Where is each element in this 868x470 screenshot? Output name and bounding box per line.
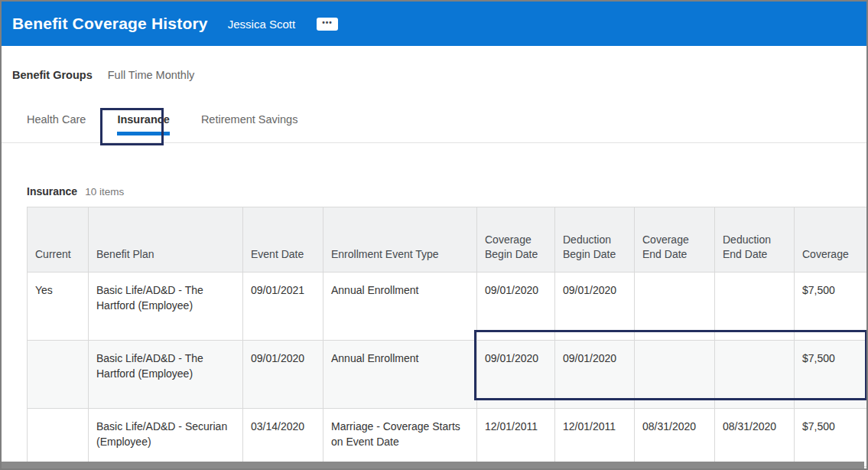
column-header-current: Current bbox=[28, 207, 89, 273]
page-title: Benefit Coverage History bbox=[12, 15, 208, 33]
column-header-deduction-end-date: Deduction End Date bbox=[715, 207, 795, 273]
cell-current bbox=[28, 341, 89, 409]
cell-coverage: $7,500 bbox=[795, 409, 868, 467]
ellipsis-icon: ••• bbox=[322, 19, 333, 27]
insurance-grid: Current Benefit Plan Event Date Enrollme… bbox=[27, 207, 868, 470]
tab-bar: Health Care Insurance Retirement Savings bbox=[2, 107, 866, 143]
cell-event-date: 03/14/2020 bbox=[243, 409, 323, 467]
horizontal-scrollbar[interactable] bbox=[2, 462, 864, 468]
grid-item-count: 10 items bbox=[85, 186, 124, 197]
breadcrumb: Benefit Groups Full Time Monthly bbox=[12, 69, 866, 81]
cell-event-date: 09/01/2021 bbox=[243, 273, 323, 341]
cell-current bbox=[28, 409, 89, 467]
cell-event-date: 09/01/2020 bbox=[243, 341, 323, 409]
cell-coverage-end-date bbox=[635, 273, 715, 341]
benefit-group-value: Full Time Monthly bbox=[108, 69, 195, 81]
cell-coverage-begin-date: 09/01/2020 bbox=[477, 341, 555, 409]
grid-section-header: Insurance 10 items bbox=[27, 185, 866, 197]
cell-benefit-plan: Basic Life/AD&D - Securian (Employee) bbox=[89, 409, 243, 467]
column-header-enrollment-event-type: Enrollment Event Type bbox=[323, 207, 477, 273]
benefit-coverage-history-window: Benefit Coverage History Jessica Scott •… bbox=[0, 0, 868, 470]
related-actions-button[interactable]: ••• bbox=[317, 18, 338, 31]
column-header-coverage: Coverage bbox=[795, 207, 868, 273]
tab-health-care[interactable]: Health Care bbox=[27, 113, 86, 142]
cell-coverage-end-date: 08/31/2020 bbox=[635, 409, 715, 467]
cell-coverage-begin-date: 09/01/2020 bbox=[477, 273, 555, 341]
column-header-benefit-plan: Benefit Plan bbox=[89, 207, 243, 273]
benefit-groups-label: Benefit Groups bbox=[12, 69, 93, 81]
cell-coverage: $7,500 bbox=[795, 341, 868, 409]
subject-name: Jessica Scott bbox=[228, 18, 295, 31]
table-row: Basic Life/AD&D - Securian (Employee) 03… bbox=[28, 409, 868, 467]
cell-deduction-begin-date: 09/01/2020 bbox=[555, 341, 635, 409]
cell-deduction-end-date bbox=[715, 273, 795, 341]
cell-deduction-begin-date: 12/01/2011 bbox=[555, 409, 635, 467]
table-row: Yes Basic Life/AD&D - The Hartford (Empl… bbox=[28, 273, 868, 341]
cell-deduction-end-date bbox=[715, 341, 795, 409]
grid-header-row: Current Benefit Plan Event Date Enrollme… bbox=[28, 207, 868, 273]
page-header: Benefit Coverage History Jessica Scott •… bbox=[2, 2, 866, 46]
column-header-coverage-begin-date: Coverage Begin Date bbox=[477, 207, 555, 273]
cell-coverage: $7,500 bbox=[795, 273, 868, 341]
cell-enrollment-event-type: Annual Enrollment bbox=[323, 341, 477, 409]
table-row: Basic Life/AD&D - The Hartford (Employee… bbox=[28, 341, 868, 409]
tab-insurance[interactable]: Insurance bbox=[117, 113, 170, 142]
tab-insurance-label: Insurance bbox=[117, 113, 170, 126]
cell-enrollment-event-type: Marriage - Coverage Starts on Event Date bbox=[323, 409, 477, 467]
column-header-deduction-begin-date: Deduction Begin Date bbox=[555, 207, 635, 273]
tab-retirement-savings[interactable]: Retirement Savings bbox=[201, 113, 298, 142]
cell-coverage-end-date bbox=[635, 341, 715, 409]
grid-title: Insurance bbox=[27, 185, 77, 197]
column-header-event-date: Event Date bbox=[243, 207, 323, 273]
cell-benefit-plan: Basic Life/AD&D - The Hartford (Employee… bbox=[89, 341, 243, 409]
cell-coverage-begin-date: 12/01/2011 bbox=[477, 409, 555, 467]
active-tab-underline bbox=[117, 132, 170, 135]
column-header-coverage-end-date: Coverage End Date bbox=[635, 207, 715, 273]
cell-enrollment-event-type: Annual Enrollment bbox=[323, 273, 477, 341]
cell-deduction-end-date: 08/31/2020 bbox=[715, 409, 795, 467]
cell-current: Yes bbox=[28, 273, 89, 341]
cell-deduction-begin-date: 09/01/2020 bbox=[555, 273, 635, 341]
cell-benefit-plan: Basic Life/AD&D - The Hartford (Employee… bbox=[89, 273, 243, 341]
